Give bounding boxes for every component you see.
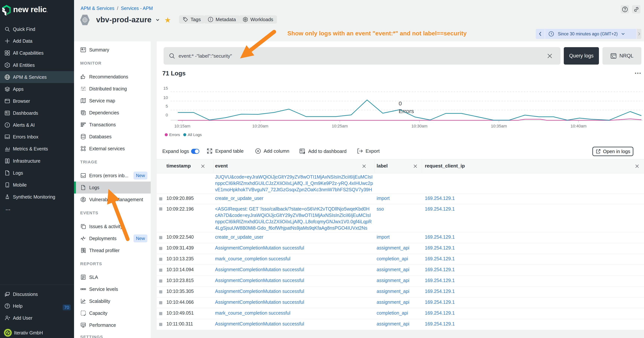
svg-text:0: 0 xyxy=(166,113,168,117)
svg-text:5: 5 xyxy=(166,104,168,109)
svg-text:10:20am: 10:20am xyxy=(252,124,268,128)
svg-text:10:15am: 10:15am xyxy=(174,124,190,128)
svg-text:10:30am: 10:30am xyxy=(412,124,428,128)
svg-text:15: 15 xyxy=(164,86,168,91)
svg-text:Errors: Errors xyxy=(399,108,414,114)
svg-text:10:25am: 10:25am xyxy=(332,124,348,128)
svg-text:10:35am: 10:35am xyxy=(491,124,507,128)
svg-text:10: 10 xyxy=(164,95,168,100)
svg-text:0: 0 xyxy=(399,100,402,107)
svg-text:10:40am: 10:40am xyxy=(570,124,586,128)
